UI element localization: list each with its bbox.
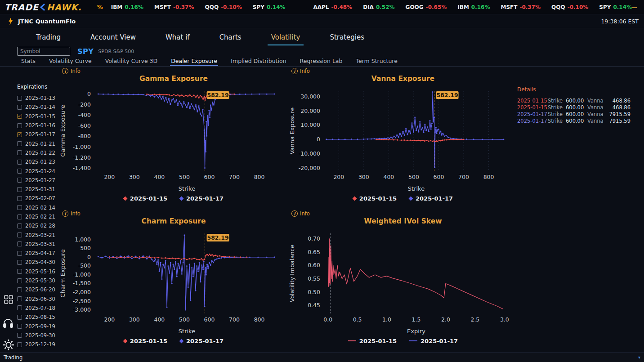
subtab-volatility-curve[interactable]: Volatility Curve [48, 57, 93, 66]
expiration-row[interactable]: 2025-01-13 [17, 94, 55, 103]
subtab-regression-lab[interactable]: Regression Lab [299, 57, 344, 66]
checkbox[interactable]: ✓ [17, 114, 22, 119]
expiration-row[interactable]: 2025-05-16 [17, 267, 55, 276]
expiration-row[interactable]: 2025-02-14 [17, 203, 55, 212]
checkbox[interactable]: ✓ [17, 132, 22, 137]
ticker-item[interactable]: IBM0.16% [111, 4, 143, 10]
info-button[interactable]: i Info [58, 67, 289, 75]
symbol-input[interactable] [17, 47, 70, 56]
ticker-item[interactable]: MSFT-0.37% [501, 4, 541, 10]
checkbox[interactable] [17, 141, 22, 146]
expiration-row[interactable]: 2025-03-21 [17, 230, 55, 239]
info-button[interactable]: i Info [288, 67, 518, 75]
ticker-symbol: IBM [111, 4, 123, 10]
checkbox[interactable] [17, 260, 22, 265]
ticker-item[interactable]: QQQ-0.10% [551, 4, 588, 10]
expiration-row[interactable]: 2025-06-30 [17, 295, 55, 304]
expiration-row[interactable]: 2025-07-18 [17, 304, 55, 313]
checkbox[interactable] [17, 196, 22, 201]
details-metric-label: Vanna [587, 98, 606, 104]
expiration-row[interactable]: 2025-01-14 [17, 103, 55, 112]
expiration-row[interactable]: 2025-01-23 [17, 157, 55, 166]
chart-plot[interactable]: 0.700.650.600.550.500.450.00.51.01.52.02… [288, 228, 518, 336]
checkbox[interactable] [17, 150, 22, 155]
checkbox[interactable] [17, 251, 22, 256]
ticker-item[interactable]: DIA0.52% [363, 4, 394, 10]
checkbox[interactable] [17, 96, 22, 101]
chart-plot[interactable]: 1,0005000-500-1,000-1,500-2,000-2,500-3,… [58, 228, 289, 336]
info-button[interactable]: i Info [288, 210, 518, 217]
expiration-row[interactable]: ✓2025-01-17 [17, 130, 55, 139]
checkbox[interactable] [17, 324, 22, 329]
subtab-term-structure[interactable]: Term Structure [355, 57, 398, 66]
expiration-row[interactable]: 2025-02-21 [17, 212, 55, 221]
ticker-item[interactable]: MSFT-0.37% [154, 4, 194, 10]
subtab-stats[interactable]: Stats [20, 57, 36, 66]
expiration-row[interactable]: 2025-04-30 [17, 258, 55, 267]
chevron-down-icon[interactable]: ▾ [638, 355, 640, 360]
expiration-row[interactable]: 2025-03-31 [17, 240, 55, 249]
subtab-volatility-curve-3d[interactable]: Volatility Curve 3D [104, 57, 158, 66]
expiration-row[interactable]: 2025-05-30 [17, 276, 55, 285]
checkbox[interactable] [17, 296, 22, 301]
checkbox[interactable] [17, 205, 22, 210]
expiration-date: 2025-01-23 [25, 159, 55, 165]
expiration-row[interactable]: 2025-01-16 [17, 121, 55, 130]
nav-tab-account-view[interactable]: Account View [87, 30, 139, 45]
checkbox[interactable] [17, 223, 22, 228]
checkbox[interactable] [17, 215, 22, 219]
expiration-row[interactable]: 2025-08-15 [17, 313, 55, 322]
expiration-row[interactable]: 2025-04-17 [17, 249, 55, 258]
checkbox[interactable] [17, 160, 22, 165]
checkbox[interactable] [17, 278, 22, 283]
checkbox[interactable] [17, 187, 22, 192]
gear-icon[interactable] [2, 339, 15, 353]
legend-item: 2025-01-15 [124, 195, 167, 202]
ticker-item[interactable]: QQQ-0.10% [205, 4, 242, 10]
checkbox[interactable] [17, 232, 22, 237]
nav-tab-trading[interactable]: Trading [32, 30, 64, 45]
legend-item: 2025-01-15 [124, 338, 167, 344]
expiration-row[interactable]: 2025-06-20 [17, 285, 55, 294]
info-button[interactable]: i Info [58, 210, 289, 217]
ticker-item[interactable]: SPY0.14% [599, 4, 632, 10]
expiration-row[interactable]: ✓2025-01-15 [17, 112, 55, 121]
chart-plot[interactable]: 0-200-400-600-800-1,000-1,200-1,40020030… [58, 85, 289, 193]
expiration-row[interactable]: 2025-01-22 [17, 148, 55, 157]
checkbox[interactable] [17, 123, 22, 128]
checkbox[interactable] [17, 178, 22, 183]
subtab-implied-distribution[interactable]: Implied Distribution [230, 57, 287, 66]
checkbox[interactable] [17, 105, 22, 110]
checkbox[interactable] [17, 169, 22, 174]
expiration-row[interactable]: 2025-12-19 [17, 340, 55, 349]
expiration-row[interactable]: 2025-01-27 [17, 176, 55, 185]
headphones-icon[interactable] [2, 317, 14, 331]
minimize-icon[interactable] [632, 4, 637, 10]
checkbox[interactable] [17, 315, 22, 320]
ticker-item[interactable]: GOOG-0.65% [406, 4, 447, 10]
expiration-row[interactable]: 2025-09-19 [17, 322, 55, 331]
nav-tab-strategies[interactable]: Strategies [326, 30, 368, 45]
ticker-item[interactable]: AAPL-0.48% [313, 4, 353, 10]
ticker-item[interactable]: SPY0.14% [253, 4, 286, 10]
expiration-row[interactable]: 2025-01-21 [17, 139, 55, 148]
nav-tab-volatility[interactable]: Volatility [268, 30, 304, 45]
nav-tab-charts[interactable]: Charts [216, 30, 245, 45]
expiration-row[interactable]: 2025-02-07 [17, 194, 55, 203]
dashboard-grid-icon[interactable] [4, 295, 13, 306]
nav-tab-what-if[interactable]: What if [162, 30, 193, 45]
checkbox[interactable] [17, 241, 22, 246]
subtab-dealer-exposure[interactable]: Dealer Exposure [170, 57, 218, 66]
checkbox[interactable] [17, 342, 22, 347]
checkbox[interactable] [17, 269, 22, 274]
checkbox[interactable] [17, 305, 22, 310]
ticker-item[interactable]: IBM0.16% [457, 4, 490, 10]
expiration-row[interactable]: 2025-01-24 [17, 166, 55, 175]
expiration-row[interactable]: 2025-01-31 [17, 185, 55, 194]
expiration-row[interactable]: 2025-09-30 [17, 331, 55, 340]
svg-text:700: 700 [229, 174, 240, 180]
expiration-row[interactable]: 2025-02-28 [17, 221, 55, 230]
chart-plot[interactable]: 30,00020,00010,0000-10,000-20,0002003004… [288, 85, 518, 193]
checkbox[interactable] [17, 333, 22, 338]
checkbox[interactable] [17, 287, 22, 292]
